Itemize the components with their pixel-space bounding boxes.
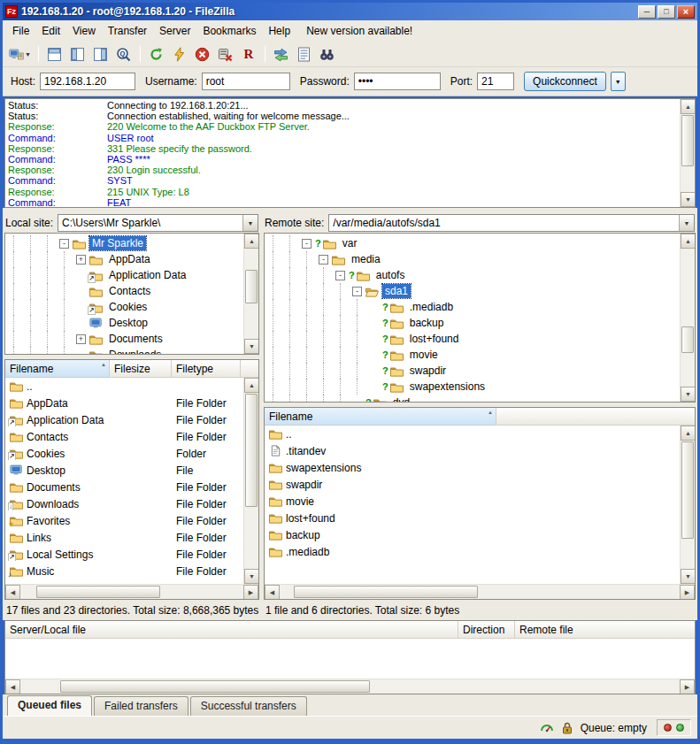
tree-item-appdata[interactable]: +AppData xyxy=(5,251,243,267)
menu-transfer[interactable]: Transfer xyxy=(102,22,153,40)
tree-item-media[interactable]: -media xyxy=(265,251,680,267)
scroll-down-icon[interactable]: ▼ xyxy=(681,387,696,402)
chevron-down-icon[interactable]: ▼ xyxy=(679,215,694,231)
menu-view[interactable]: View xyxy=(66,22,102,40)
process-queue-button[interactable] xyxy=(169,44,190,64)
scroll-right-icon[interactable]: ▶ xyxy=(243,585,258,600)
toggle-local-tree-button[interactable] xyxy=(67,44,88,64)
scroll-down-icon[interactable]: ▼ xyxy=(681,192,696,207)
remote-list-scrollbar[interactable]: ▲ ▼ xyxy=(680,426,695,584)
title-bar[interactable]: Fz 192.168.1.20 - root@192.168.1.20 - Fi… xyxy=(3,3,697,20)
refresh-button[interactable] xyxy=(146,44,167,64)
tree-item-backup[interactable]: ?backup xyxy=(265,315,680,331)
scroll-up-icon[interactable]: ▲ xyxy=(681,234,696,249)
local-list-scrollbar[interactable]: ▲ ▼ xyxy=(243,378,258,584)
scroll-thumb[interactable] xyxy=(681,115,694,166)
reconnect-button[interactable]: R xyxy=(238,44,259,64)
lock-icon[interactable] xyxy=(560,721,574,735)
scroll-up-icon[interactable]: ▲ xyxy=(244,378,258,393)
scroll-thumb[interactable] xyxy=(36,586,160,598)
menu-file[interactable]: File xyxy=(6,22,35,40)
scroll-track[interactable] xyxy=(681,249,695,387)
local-file-row-cookies[interactable]: ↗CookiesFolder xyxy=(5,445,243,462)
scroll-track[interactable] xyxy=(681,441,695,569)
close-button[interactable]: × xyxy=(677,5,695,19)
local-site-combo[interactable]: C:\Users\Mr Sparkle\ ▼ xyxy=(58,214,258,232)
local-tree-scrollbar[interactable]: ▲ ▼ xyxy=(243,234,258,354)
remote-file-row-up[interactable]: .. xyxy=(265,426,680,442)
username-input[interactable] xyxy=(202,73,290,90)
local-file-row-up[interactable]: .. xyxy=(5,378,243,395)
menu-edit[interactable]: Edit xyxy=(35,22,66,40)
queue-hscrollbar[interactable]: ◀ ▶ xyxy=(5,679,695,694)
scroll-left-icon[interactable]: ◀ xyxy=(5,679,20,694)
remote-file-row-titandev[interactable]: .titandev xyxy=(265,442,680,459)
remote-file-row-swapdir[interactable]: swapdir xyxy=(265,476,680,493)
tree-item-application-data[interactable]: ↗Application Data xyxy=(5,267,243,283)
scroll-down-icon[interactable]: ▼ xyxy=(244,339,259,354)
remote-list-hscrollbar[interactable]: ◀ ▶ xyxy=(265,584,695,599)
tree-expander-icon[interactable]: + xyxy=(76,255,86,265)
local-file-row-appdata[interactable]: AppDataFile Folder xyxy=(5,395,243,411)
queue-column-header-remote-file[interactable]: Remote file xyxy=(515,621,695,638)
toggle-message-log-button[interactable] xyxy=(44,44,65,64)
scroll-thumb[interactable] xyxy=(245,394,258,507)
tree-item-swapextensions[interactable]: ?swapextensions xyxy=(265,379,680,395)
scroll-up-icon[interactable]: ▲ xyxy=(681,99,696,114)
scroll-track[interactable] xyxy=(280,585,680,599)
chevron-down-icon[interactable]: ▼ xyxy=(242,215,258,231)
local-file-row-contacts[interactable]: ContactsFile Folder xyxy=(5,428,243,445)
tree-item-swapdir[interactable]: ?swapdir xyxy=(265,363,680,379)
remote-file-row-movie[interactable]: movie xyxy=(265,493,680,510)
tree-item-autofs[interactable]: -?autofs xyxy=(265,267,680,283)
remote-file-row-lost-found[interactable]: lost+found xyxy=(265,510,680,526)
tree-item-var[interactable]: -?var xyxy=(265,235,680,251)
remote-file-row-backup[interactable]: backup xyxy=(265,526,680,543)
tree-item-desktop[interactable]: Desktop xyxy=(5,315,243,331)
scroll-up-icon[interactable]: ▲ xyxy=(244,234,259,249)
tree-item-contacts[interactable]: Contacts xyxy=(5,283,243,299)
tree-expander-icon[interactable]: - xyxy=(335,271,345,280)
remote-tree-scrollbar[interactable]: ▲ ▼ xyxy=(680,234,695,402)
tree-item-dvd[interactable]: ?dvd xyxy=(265,395,680,402)
local-list-hscrollbar[interactable]: ◀ ▶ xyxy=(5,584,258,599)
log-scrollbar[interactable]: ▲ ▼ xyxy=(680,99,695,207)
scroll-track[interactable] xyxy=(20,679,680,694)
disconnect-button[interactable] xyxy=(215,44,236,64)
tree-expander-icon[interactable]: - xyxy=(319,255,328,265)
tab-failed-transfers[interactable]: Failed transfers xyxy=(94,696,188,716)
tree-expander-icon[interactable]: - xyxy=(59,239,69,249)
tab-successful-transfers[interactable]: Successful transfers xyxy=(190,696,307,716)
scroll-track[interactable] xyxy=(681,114,695,192)
scroll-track[interactable] xyxy=(244,393,258,569)
local-file-row-application-data[interactable]: ↗Application DataFile Folder xyxy=(5,411,243,428)
tree-item-cookies[interactable]: ↗Cookies xyxy=(5,299,243,315)
local-column-header-filetype[interactable]: Filetype xyxy=(172,360,241,377)
filter-button[interactable] xyxy=(294,44,315,64)
local-file-row-documents[interactable]: DocumentsFile Folder xyxy=(5,479,243,495)
local-file-row-downloads[interactable]: ↓DownloadsFile Folder xyxy=(5,495,243,512)
scroll-right-icon[interactable]: ▶ xyxy=(680,679,695,694)
scroll-thumb[interactable] xyxy=(681,441,694,539)
local-column-header-filesize[interactable]: Filesize xyxy=(110,360,172,377)
local-file-row-desktop[interactable]: DesktopFile xyxy=(5,462,243,479)
port-input[interactable] xyxy=(477,73,514,90)
local-column-header-filename[interactable]: Filename▲ xyxy=(5,360,110,377)
queue-column-header-direction[interactable]: Direction xyxy=(458,621,515,638)
password-input[interactable] xyxy=(354,73,441,90)
tree-expander-icon[interactable]: - xyxy=(352,287,362,296)
remote-site-combo[interactable]: /var/media/autofs/sda1 ▼ xyxy=(328,214,695,232)
cancel-button[interactable] xyxy=(192,44,213,64)
local-file-row-local-settings[interactable]: ↗Local SettingsFile Folder xyxy=(5,546,243,563)
synchronized-browsing-button[interactable] xyxy=(271,44,292,64)
find-button[interactable] xyxy=(317,44,338,64)
tab-queued-files[interactable]: Queued files xyxy=(7,695,92,716)
tree-item-movie[interactable]: ?movie xyxy=(265,347,680,363)
tree-item-sda1[interactable]: -sda1 xyxy=(265,283,680,299)
tree-item-mr-sparkle[interactable]: -Mr Sparkle xyxy=(5,235,243,251)
scroll-thumb[interactable] xyxy=(245,270,258,303)
remote-file-row-swapextensions[interactable]: swapextensions xyxy=(265,459,680,476)
scroll-right-icon[interactable]: ▶ xyxy=(680,585,695,600)
host-input[interactable] xyxy=(40,73,135,90)
tree-expander-icon[interactable]: + xyxy=(76,334,86,344)
